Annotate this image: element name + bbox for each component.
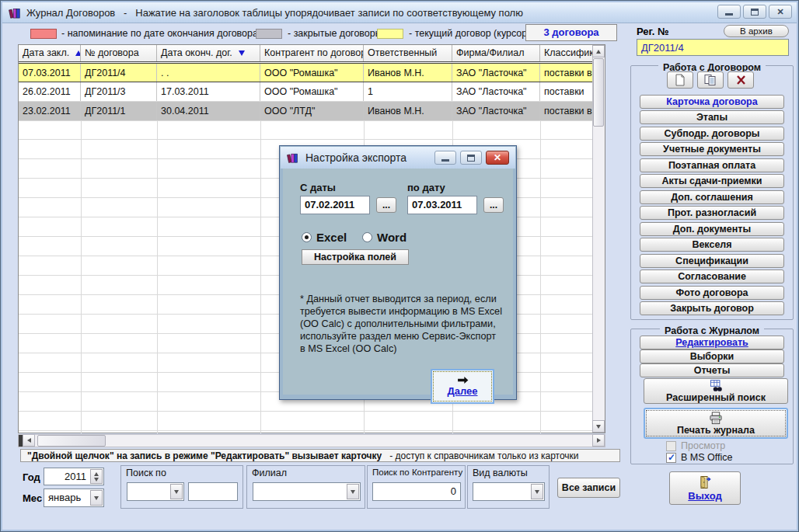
reports-button[interactable]: Отчеты (640, 363, 784, 377)
column-header-responsible[interactable]: Ответственный (364, 45, 452, 61)
spinner-buttons[interactable] (90, 469, 103, 484)
close-contract-button[interactable]: Закрыть договор (640, 301, 784, 315)
edit-journal-button[interactable]: Редактировать (640, 336, 784, 349)
scroll-left-button[interactable] (23, 434, 35, 447)
column-header-date-end[interactable]: Дата оконч. дог. (157, 45, 260, 61)
additional-docs-button[interactable]: Доп. документы (640, 222, 784, 236)
scroll-right-button[interactable] (592, 434, 605, 447)
copy-document-icon (703, 74, 717, 86)
dialog-maximize-button[interactable] (460, 151, 482, 165)
staged-payment-button[interactable]: Поэтапная оплата (640, 158, 784, 172)
delete-contract-button[interactable] (727, 71, 754, 89)
promissory-notes-button[interactable]: Векселя (640, 238, 784, 252)
new-contract-button[interactable] (667, 71, 693, 89)
from-date-browse-button[interactable]: ... (376, 197, 396, 213)
acceptance-acts-button[interactable]: Акты сдачи-приемки (640, 174, 784, 188)
sort-desc-icon (239, 50, 245, 56)
currency-select[interactable] (473, 482, 545, 501)
specifications-button[interactable]: Спецификации (640, 254, 784, 268)
next-button[interactable]: Далее (431, 369, 494, 404)
reg-number-label: Рег. № (637, 26, 668, 37)
contractor-search-group: Поиск по Контрагенту 0 (367, 465, 466, 509)
to-date-input[interactable]: 07.03.2011 (407, 196, 477, 214)
accounting-docs-button[interactable]: Учетные документы (640, 142, 784, 156)
table-row-current[interactable]: 07.03.2011 ДГ2011/4 . . ООО "Ромашка" Ив… (19, 63, 594, 82)
spin-down-icon[interactable] (94, 478, 99, 482)
to-archive-button[interactable]: В архив (724, 25, 789, 37)
excel-radio[interactable] (302, 232, 312, 242)
exit-button[interactable]: Выход (669, 471, 741, 505)
arrow-right-icon (456, 376, 469, 384)
vertical-scroll-thumb[interactable] (593, 58, 604, 127)
currency-label: Вид валюты (473, 468, 528, 478)
cell-date-signed: 26.02.2011 (19, 82, 81, 101)
table-vertical-scrollbar[interactable] (592, 45, 605, 433)
main-titlebar: Журнал Договоров - Нажатие на заголовок … (2, 2, 797, 23)
cell-classification: поставки валют (540, 64, 594, 82)
column-header-date-signed[interactable]: Дата закл. (19, 45, 81, 61)
print-journal-button[interactable]: Печать журнала (644, 408, 788, 439)
table-horizontal-scrollbar[interactable] (18, 434, 605, 447)
contract-card-button[interactable]: Карточка договора (640, 95, 784, 109)
contractor-search-input[interactable]: 0 (372, 482, 461, 501)
column-header-contract-number[interactable]: № договора (81, 45, 157, 61)
from-date-input[interactable]: 07.02.2011 (300, 196, 370, 214)
cell-contractor: ООО "ЛТД" (260, 102, 364, 120)
horizontal-scroll-thumb[interactable] (37, 435, 106, 447)
excel-radio-row: Excel (302, 231, 347, 244)
dialog-close-button[interactable]: ✕ (486, 151, 509, 165)
stages-button[interactable]: Этапы (640, 110, 784, 124)
advanced-search-button[interactable]: Расширенный поиск (644, 378, 788, 404)
additional-agreements-button[interactable]: Доп. соглашения (640, 190, 784, 204)
to-date-browse-button[interactable]: ... (483, 197, 504, 213)
month-dropdown-icon[interactable] (90, 490, 103, 506)
cell-contract-number: ДГ2011/4 (81, 64, 157, 82)
dialog-titlebar: Настройка экспорта ✕ (281, 147, 515, 169)
copy-contract-button[interactable] (697, 71, 724, 89)
preview-checkbox[interactable] (666, 441, 676, 451)
minimize-button[interactable] (717, 5, 741, 19)
cell-date-end: . . (157, 64, 260, 82)
approval-button[interactable]: Согласование (640, 269, 784, 283)
maximize-button[interactable] (743, 5, 766, 19)
all-records-button[interactable]: Все записи (557, 478, 620, 498)
subcontracts-button[interactable]: Субподр. договоры (640, 127, 784, 141)
table-row-closed[interactable]: 23.02.2011 ДГ2011/1 30.04.2011 ООО "ЛТД"… (19, 102, 594, 121)
field-settings-button[interactable]: Настройка полей (302, 249, 409, 265)
scroll-down-button[interactable] (592, 420, 605, 433)
disagreement-protocols-button[interactable]: Прот. разногласий (640, 206, 784, 220)
status-bar: "Двойной щелчок" на запись в режиме "Ред… (20, 449, 620, 462)
column-header-classification[interactable]: Классификация (540, 45, 594, 61)
msoffice-checkbox[interactable] (666, 453, 676, 463)
contract-photo-button[interactable]: Фото договора (640, 286, 784, 300)
column-header-contractor[interactable]: Контрагент по договору (260, 45, 364, 61)
scroll-up-button[interactable] (592, 45, 605, 57)
year-spinner[interactable]: 2011 (44, 468, 104, 485)
close-button[interactable]: ✕ (769, 5, 792, 19)
word-radio[interactable] (362, 232, 372, 242)
search-by-select[interactable] (127, 482, 184, 501)
closed-color-swatch (256, 29, 282, 39)
search-by-input[interactable] (188, 482, 238, 501)
branch-dropdown-icon[interactable] (347, 484, 359, 499)
binoculars-table-icon (709, 380, 724, 392)
table-row[interactable]: 26.02.2011 ДГ2011/3 17.03.2011 ООО "Рома… (19, 82, 594, 102)
dialog-minimize-button[interactable] (434, 151, 456, 165)
reminder-legend-label: - напоминание по дате окончания договора (61, 28, 258, 39)
reg-number-field[interactable]: ДГ2011/4 (637, 39, 789, 56)
selections-button[interactable]: Выборки (640, 349, 784, 363)
search-by-dropdown-icon[interactable] (170, 484, 183, 499)
cell-firm: ЗАО "Ласточка" (452, 102, 540, 120)
month-select[interactable]: январь (44, 489, 104, 507)
branch-group: Филиал (246, 465, 365, 509)
spin-up-icon[interactable] (94, 472, 99, 476)
column-header-firm[interactable]: Фирма/Филиал (452, 45, 540, 61)
search-by-group: Поиск по (120, 465, 243, 509)
cell-firm: ЗАО "Ласточка" (452, 82, 540, 101)
cell-classification: поставки валют (540, 102, 594, 120)
cell-classification: поставки (540, 82, 594, 101)
branch-select[interactable] (253, 482, 361, 501)
currency-dropdown-icon[interactable] (531, 484, 543, 499)
contracts-count-badge: 3 договора (525, 24, 617, 41)
reminder-color-swatch (30, 29, 57, 39)
